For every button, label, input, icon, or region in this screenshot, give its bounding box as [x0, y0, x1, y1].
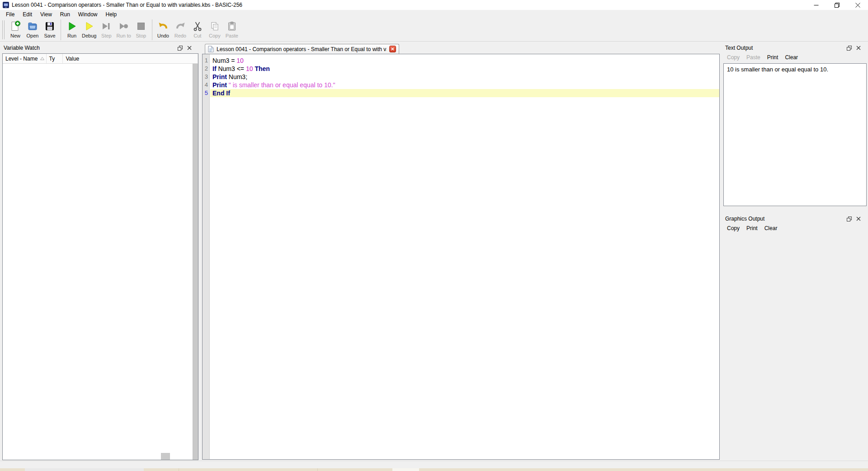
toolbar-drag-handle[interactable]: [2, 20, 5, 39]
menu-view[interactable]: View: [36, 10, 56, 19]
toolbar-button-label: Open: [27, 33, 39, 38]
graphics-output-print-button[interactable]: Print: [746, 225, 758, 231]
close-icon: [855, 3, 860, 8]
run-button[interactable]: Run: [63, 19, 80, 38]
text-output-content[interactable]: 10 is smaller than or equal equal to 10.: [723, 63, 867, 206]
toolbar-button-label: Run: [67, 33, 76, 38]
close-button[interactable]: [847, 0, 868, 10]
toolbar-button-label: Run to: [116, 33, 131, 38]
vw-column-value[interactable]: Value: [63, 54, 198, 63]
line-number: 2: [203, 65, 209, 73]
restore-button[interactable]: [826, 0, 847, 10]
panel-splitter[interactable]: [199, 54, 202, 460]
text-output-float-button[interactable]: [846, 45, 852, 51]
code-token: Print: [212, 73, 227, 80]
run-to-icon: [118, 21, 129, 32]
paste-icon: [226, 21, 237, 32]
code-token: Print: [212, 81, 227, 89]
text-output-copy-button[interactable]: Copy: [727, 54, 740, 61]
text-output-title: Text Output: [725, 45, 753, 51]
toolbar: NewOpenSaveRunDebugStepRun toStopUndoRed…: [0, 19, 868, 42]
vw-scroll-thumb[interactable]: [161, 453, 170, 460]
variable-watch-close-button[interactable]: [187, 45, 192, 51]
text-output-paste-button[interactable]: Paste: [746, 54, 760, 61]
code-editor[interactable]: 12345 Num3 = 10If Num3 <= 10 ThenPrint N…: [202, 54, 720, 460]
variable-watch-float-button[interactable]: [177, 45, 183, 51]
stop-button[interactable]: Stop: [132, 19, 150, 38]
vw-column-label: Ty: [49, 56, 55, 62]
text-output-clear-button[interactable]: Clear: [785, 54, 798, 61]
toolbar-button-label: Paste: [226, 33, 238, 38]
menu-window[interactable]: Window: [74, 10, 102, 19]
redo-button[interactable]: Redo: [172, 19, 189, 38]
graphics-output-toolbar: CopyPrintClear: [727, 225, 777, 231]
menu-edit[interactable]: Edit: [19, 10, 36, 19]
vw-column-ty[interactable]: Ty: [47, 54, 63, 63]
save-button[interactable]: Save: [41, 19, 58, 38]
cut-button[interactable]: Cut: [189, 19, 206, 38]
basic256-window: Lesson 0041 - Comparison operators - Sma…: [0, 0, 868, 471]
redo-icon: [175, 21, 186, 32]
window-title: Lesson 0041 - Comparison operators - Sma…: [12, 2, 242, 8]
toolbar-button-label: Redo: [175, 33, 186, 38]
undo-icon: [158, 21, 169, 32]
copy-button[interactable]: Copy: [206, 19, 223, 38]
toolbar-button-label: Cut: [193, 33, 201, 38]
code-token: Num3 =: [212, 57, 236, 64]
graphics-output-float-button[interactable]: [846, 216, 852, 221]
graphics-output-close-button[interactable]: [856, 216, 861, 221]
line-number: 4: [203, 81, 209, 89]
vw-column-label: Level - Name: [5, 56, 38, 62]
minimize-button[interactable]: [806, 0, 826, 10]
graphics-output-area[interactable]: [723, 234, 867, 460]
toolbar-button-label: Undo: [157, 33, 169, 38]
debug-icon: [84, 21, 94, 32]
text-output-toolbar: CopyPastePrintClear: [727, 54, 798, 61]
editor-tab[interactable]: Lesson 0041 - Comparison operators - Sma…: [205, 44, 399, 54]
text-output-close-button[interactable]: [856, 45, 861, 51]
graphics-output-title: Graphics Output: [725, 216, 764, 222]
run-to-button[interactable]: Run to: [115, 19, 132, 38]
toolbar-button-label: Stop: [136, 33, 146, 38]
close-icon: [856, 46, 861, 50]
vw-column-label: Value: [66, 56, 79, 62]
line-number: 5: [203, 89, 209, 97]
stop-icon: [136, 21, 146, 32]
tab-close-button[interactable]: ✕: [389, 46, 396, 52]
graphics-output-clear-button[interactable]: Clear: [764, 225, 778, 231]
code-line-1: Num3 = 10: [210, 57, 719, 65]
toolbar-separator: [61, 19, 61, 40]
code-line-4: Print " is smaller than or equal equal t…: [210, 81, 719, 89]
step-icon: [101, 21, 112, 32]
restore-icon: [835, 3, 840, 8]
text-output-print-button[interactable]: Print: [767, 54, 778, 61]
code-token: 10: [236, 57, 244, 64]
title-bar: Lesson 0041 - Comparison operators - Sma…: [0, 0, 868, 10]
new-button[interactable]: New: [7, 19, 24, 38]
debug-button[interactable]: Debug: [80, 19, 98, 38]
graphics-output-copy-button[interactable]: Copy: [727, 225, 740, 231]
step-button[interactable]: Step: [98, 19, 115, 38]
app-icon: [3, 2, 9, 8]
paste-button[interactable]: Paste: [223, 19, 241, 38]
undo-button[interactable]: Undo: [155, 19, 172, 38]
menu-help[interactable]: Help: [102, 10, 121, 19]
vw-column-level---name[interactable]: Level - Name: [3, 54, 47, 63]
taskbar-segment: [392, 468, 419, 471]
taskbar-strip: [0, 468, 868, 471]
open-button[interactable]: Open: [24, 19, 41, 38]
menu-file[interactable]: File: [2, 10, 19, 19]
code-token: End If: [212, 89, 230, 97]
line-number: 1: [203, 57, 209, 65]
code-token: " is smaller than or equal equal to 10.": [229, 81, 335, 89]
code-token: Num3;: [227, 73, 247, 80]
code-token: Num3 <=: [217, 65, 246, 72]
code-area[interactable]: Num3 = 10If Num3 <= 10 ThenPrint Num3;Pr…: [210, 54, 719, 459]
code-token: Then: [255, 65, 269, 72]
new-icon: [10, 21, 21, 32]
sort-indicator-icon: [40, 57, 44, 60]
menu-run[interactable]: Run: [56, 10, 74, 19]
vw-scrollbar[interactable]: [193, 64, 198, 460]
toolbar-button-label: Debug: [82, 33, 96, 38]
save-icon: [44, 21, 55, 32]
